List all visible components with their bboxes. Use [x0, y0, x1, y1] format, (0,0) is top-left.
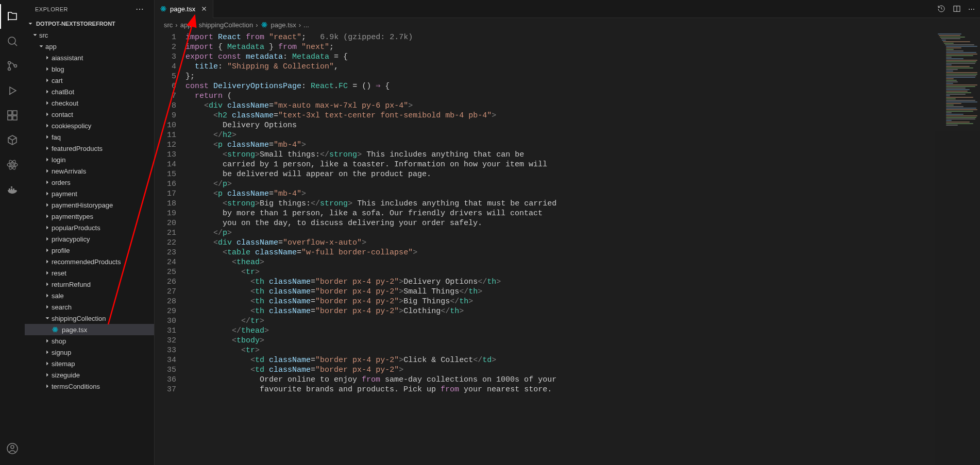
folder-sizeguide[interactable]: sizeguide — [25, 369, 154, 381]
tab-bar: page.tsx ⋯ — [155, 0, 980, 18]
chevron-right-icon — [43, 167, 52, 175]
code-content[interactable]: import React from "react"; 6.9k (gzipped… — [185, 31, 935, 465]
activity-docker[interactable] — [0, 177, 25, 202]
chevron-right-icon — [43, 213, 52, 220]
chevron-right-icon — [43, 303, 52, 311]
folder-termsConditions[interactable]: termsConditions — [25, 381, 154, 392]
svg-point-18 — [11, 445, 14, 449]
chevron-right-icon — [43, 371, 52, 378]
folder-login[interactable]: login — [25, 154, 154, 165]
chevron-right-icon — [43, 224, 52, 231]
chevron-down-icon — [27, 20, 34, 27]
chevron-right-icon — [43, 156, 52, 163]
folder-contact[interactable]: contact — [25, 109, 154, 120]
folder-orders[interactable]: orders — [25, 177, 154, 188]
breadcrumb-item[interactable]: src — [164, 21, 173, 29]
folder-app[interactable]: app — [25, 41, 154, 52]
split-editor-icon[interactable] — [953, 5, 961, 13]
sidebar-more-icon[interactable]: ⋯ — [136, 4, 144, 14]
folder-sitemap[interactable]: sitemap — [25, 358, 154, 369]
folder-newArrivals[interactable]: newArrivals — [25, 165, 154, 177]
chevron-right-icon — [43, 269, 52, 277]
svg-rect-5 — [8, 111, 12, 115]
chevron-right-icon — [43, 360, 52, 367]
folder-cart[interactable]: cart — [25, 75, 154, 86]
chevron-right-icon — [43, 54, 52, 61]
activity-react-icon[interactable] — [0, 152, 25, 177]
folder-blog[interactable]: blog — [25, 63, 154, 75]
breadcrumbs[interactable]: src › app › shippingCollection › page.ts… — [155, 18, 980, 31]
chevron-right-icon — [43, 292, 52, 299]
svg-point-19 — [55, 329, 56, 330]
folder-paymentHistorypage[interactable]: paymentHistorypage — [25, 199, 154, 211]
folder-search[interactable]: search — [25, 301, 154, 313]
folder-reset[interactable]: reset — [25, 267, 154, 279]
chevron-right-icon — [43, 383, 52, 390]
chevron-right-icon: › — [256, 21, 258, 29]
chevron-right-icon — [43, 133, 52, 141]
activity-explorer[interactable] — [0, 4, 25, 29]
activity-cube[interactable] — [0, 128, 25, 152]
folder-returnRefund[interactable]: returnRefund — [25, 279, 154, 290]
file-page-tsx[interactable]: page.tsx — [25, 324, 154, 335]
chevron-right-icon — [43, 99, 52, 107]
explorer-sidebar: EXPLORER ⋯ DOTPOT-NEXTSTOREFRONT src app… — [25, 0, 155, 465]
breadcrumb-item[interactable]: app — [180, 21, 192, 29]
folder-shippingCollection[interactable]: shippingCollection — [25, 313, 154, 324]
folder-recommendedProducts[interactable]: recommendedProducts — [25, 256, 154, 267]
close-icon[interactable] — [200, 5, 208, 12]
folder-popularProducts[interactable]: popularProducts — [25, 222, 154, 233]
folder-chatBot[interactable]: chatBot — [25, 86, 154, 97]
activity-run-debug[interactable] — [0, 78, 25, 103]
svg-point-23 — [163, 8, 164, 9]
more-icon[interactable]: ⋯ — [968, 5, 975, 13]
tab-page-tsx[interactable]: page.tsx — [155, 0, 213, 18]
chevron-right-icon — [43, 247, 52, 254]
folder-checkout[interactable]: checkout — [25, 97, 154, 109]
svg-point-10 — [7, 163, 18, 167]
sidebar-header: EXPLORER ⋯ — [25, 0, 154, 18]
folder-cookiespolicy[interactable]: cookiespolicy — [25, 120, 154, 131]
chevron-right-icon — [43, 122, 52, 129]
chevron-right-icon — [43, 349, 52, 356]
folder-profile[interactable]: profile — [25, 245, 154, 256]
svg-point-28 — [264, 24, 265, 25]
chevron-right-icon: › — [194, 21, 196, 29]
svg-rect-8 — [13, 116, 17, 120]
activity-search[interactable] — [0, 29, 25, 54]
svg-rect-16 — [11, 186, 12, 188]
sidebar-title: EXPLORER — [35, 6, 68, 12]
minimap[interactable] — [935, 31, 980, 465]
folder-privacypolicy[interactable]: privacypolicy — [25, 233, 154, 245]
svg-rect-14 — [11, 188, 12, 190]
activity-bar — [0, 0, 25, 465]
svg-rect-7 — [8, 116, 12, 120]
folder-faq[interactable]: faq — [25, 131, 154, 143]
breadcrumb-item[interactable]: shippingCollection — [199, 21, 254, 29]
folder-payment[interactable]: payment — [25, 188, 154, 199]
svg-rect-15 — [13, 188, 14, 190]
chevron-right-icon: › — [175, 21, 177, 29]
activity-accounts[interactable] — [0, 436, 25, 461]
folder-src[interactable]: src — [25, 29, 154, 41]
breadcrumb-item[interactable]: page.tsx — [271, 21, 296, 29]
folder-signup[interactable]: signup — [25, 347, 154, 358]
chevron-right-icon — [43, 201, 52, 209]
react-file-icon — [160, 5, 167, 12]
chevron-right-icon — [43, 190, 52, 197]
folder-featuredProducts[interactable]: featuredProducts — [25, 143, 154, 154]
folder-paymenttypes[interactable]: paymenttypes — [25, 211, 154, 222]
folder-sale[interactable]: sale — [25, 290, 154, 301]
folder-shop[interactable]: shop — [25, 335, 154, 347]
line-gutter: 1234567891011121314151617181920212223242… — [155, 31, 185, 465]
workspace-header[interactable]: DOTPOT-NEXTSTOREFRONT — [25, 18, 154, 29]
chevron-right-icon — [43, 77, 52, 84]
breadcrumb-item[interactable]: ... — [303, 21, 309, 29]
folder-aiassistant[interactable]: aiassistant — [25, 52, 154, 63]
activity-extensions[interactable] — [0, 103, 25, 128]
svg-rect-6 — [13, 111, 17, 115]
activity-source-control[interactable] — [0, 54, 25, 78]
history-icon[interactable] — [937, 5, 945, 13]
chevron-right-icon — [43, 337, 52, 345]
editor-body[interactable]: 1234567891011121314151617181920212223242… — [155, 31, 980, 465]
